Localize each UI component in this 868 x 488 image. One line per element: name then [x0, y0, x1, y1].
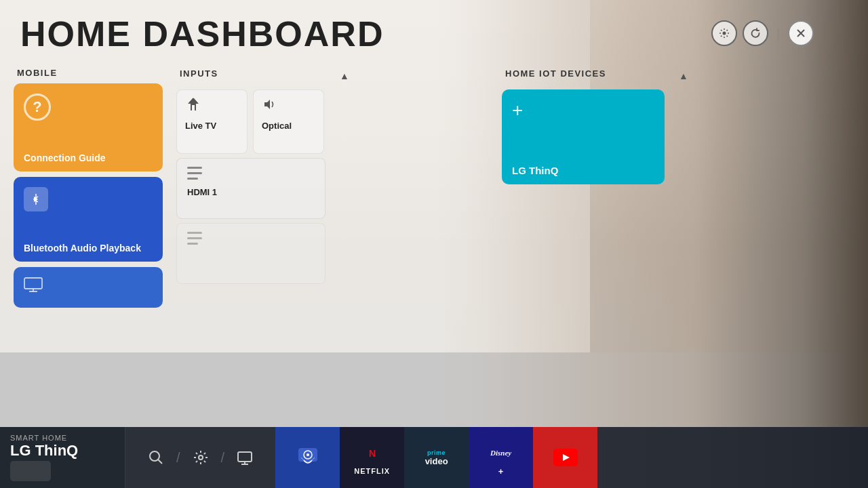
- mobile-section: MOBILE ? Connection Guide: [14, 68, 176, 312]
- mobile-section-label: MOBILE: [14, 68, 176, 78]
- svg-rect-12: [238, 452, 252, 462]
- iot-section: HOME IoT DEVICES ▲ + LG ThinQ: [502, 68, 692, 312]
- spacer: [353, 68, 488, 312]
- hdmi-icon: [187, 167, 202, 182]
- disney-text: Disney: [490, 449, 511, 457]
- inputs-section-label: INPUTS: [176, 68, 218, 79]
- bluetooth-icon: [24, 187, 48, 211]
- netflix-icon: N: [359, 440, 386, 467]
- smart-home-widget[interactable]: Smart Home LG ThinQ: [0, 427, 125, 488]
- disney-plus-label: +: [498, 466, 504, 476]
- iot-section-label: HOME IoT DEVICES: [502, 68, 606, 79]
- disney-icon: Disney: [488, 439, 515, 466]
- netflix-app[interactable]: N NETFLIX: [340, 427, 404, 488]
- smart-home-label: Smart Home: [10, 434, 67, 442]
- video-label: video: [425, 456, 448, 466]
- inputs-scroll-up[interactable]: ▲: [336, 68, 353, 84]
- close-button[interactable]: [788, 20, 814, 46]
- header-divider: |: [774, 26, 783, 41]
- connection-guide-label: Connection Guide: [24, 152, 106, 163]
- lg-thinq-label: LG ThinQ: [512, 165, 558, 176]
- prime-label: prime: [427, 449, 446, 456]
- inputs-top-row: Live TV Optical: [176, 89, 353, 154]
- svg-point-9: [150, 451, 159, 461]
- settings-button[interactable]: [711, 20, 737, 46]
- thinq-label: LG ThinQ: [10, 442, 78, 460]
- antenna-icon: [185, 97, 201, 115]
- iot-header: HOME IoT DEVICES ▲: [502, 68, 692, 84]
- youtube-icon: [552, 444, 579, 471]
- mobile-cards: ? Connection Guide Bluetooth Audio Playb…: [14, 83, 176, 308]
- lg-thinq-icon: [10, 461, 51, 481]
- youtube-app[interactable]: [533, 427, 597, 488]
- header-icons: |: [711, 20, 814, 46]
- svg-point-0: [723, 32, 726, 35]
- hdmi2-icon: [187, 232, 202, 247]
- netflix-text: N: [369, 448, 375, 459]
- inputs-header: INPUTS ▲: [176, 68, 353, 84]
- content-area: MOBILE ? Connection Guide: [0, 61, 834, 319]
- svg-line-10: [159, 460, 163, 464]
- optical-icon: [262, 97, 278, 115]
- taskbar-nav-icons: / /: [125, 441, 275, 474]
- bluetooth-audio-label: Bluetooth Audio Playback: [24, 243, 141, 253]
- svg-rect-4: [24, 278, 42, 289]
- amazon-prime-app[interactable]: prime video: [404, 427, 469, 488]
- header: HOME DASHBOARD |: [0, 0, 834, 61]
- taskbar: Smart Home LG ThinQ / /: [0, 427, 868, 488]
- amazon-icon-container: prime video: [425, 449, 448, 466]
- disney-plus-app[interactable]: Disney +: [469, 427, 533, 488]
- iot-scroll-up[interactable]: ▲: [675, 68, 692, 84]
- optical-label: Optical: [262, 121, 292, 131]
- tv-ui-panel: HOME DASHBOARD |: [0, 0, 834, 366]
- plus-icon: +: [512, 100, 523, 121]
- inputs-section: INPUTS ▲ Live TV: [176, 68, 353, 312]
- svg-point-17: [307, 453, 309, 456]
- page-title: HOME DASHBOARD: [20, 14, 384, 54]
- live-tv-input[interactable]: Live TV: [176, 89, 248, 154]
- connection-guide-card[interactable]: ? Connection Guide: [14, 83, 163, 171]
- netflix-label: NETFLIX: [354, 467, 390, 475]
- nav-divider-1: /: [173, 450, 184, 466]
- screen-icon-btn[interactable]: [228, 441, 262, 474]
- optical-input[interactable]: Optical: [253, 89, 324, 154]
- refresh-button[interactable]: [743, 20, 768, 46]
- magic-remote-app[interactable]: [275, 427, 340, 488]
- lg-thinq-card[interactable]: + LG ThinQ: [502, 89, 665, 184]
- settings-icon-btn[interactable]: [184, 441, 218, 474]
- bluetooth-audio-card[interactable]: Bluetooth Audio Playback: [14, 177, 163, 262]
- nav-divider-2: /: [218, 450, 229, 466]
- hdmi1-input[interactable]: HDMI 1: [176, 158, 326, 219]
- magic-remote-icon: [294, 444, 321, 471]
- hdmi2-input[interactable]: [176, 223, 326, 284]
- search-icon-btn[interactable]: [139, 441, 173, 474]
- question-mark-icon: ?: [24, 94, 51, 121]
- hdmi1-label: HDMI 1: [187, 187, 217, 197]
- live-tv-label: Live TV: [185, 121, 216, 131]
- svg-point-11: [199, 455, 203, 460]
- mobile-third-card[interactable]: [14, 267, 163, 308]
